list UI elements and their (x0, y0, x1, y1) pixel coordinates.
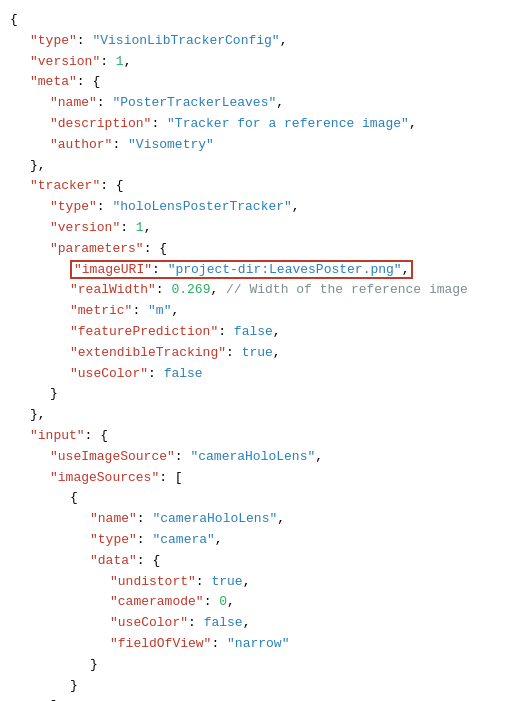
highlighted-value: "imageURI": "project-dir:LeavesPoster.pn… (70, 260, 413, 279)
code-line: "undistort": true, (10, 572, 516, 593)
json-colon: : (156, 282, 172, 297)
json-comma: , (243, 615, 251, 630)
json-key: "parameters" (50, 241, 144, 256)
json-comma: , (227, 594, 235, 609)
json-comma: , (273, 345, 281, 360)
code-line: "useImageSource": "cameraHoloLens", (10, 447, 516, 468)
json-key: "realWidth" (70, 282, 156, 297)
code-line: "tracker": { (10, 176, 516, 197)
code-line: }, (10, 156, 516, 177)
code-line: "useColor": false (10, 364, 516, 385)
json-key: "useImageSource" (50, 449, 175, 464)
json-value: true (242, 345, 273, 360)
json-colon: : (100, 178, 116, 193)
json-key: "type" (50, 199, 97, 214)
code-line: "type": "VisionLibTrackerConfig", (10, 31, 516, 52)
json-value: { (100, 428, 108, 443)
json-key: "metric" (70, 303, 132, 318)
json-colon: : (77, 33, 93, 48)
json-comma: , (409, 116, 417, 131)
code-line: "extendibleTracking": true, (10, 343, 516, 364)
json-value: 1 (116, 54, 124, 69)
json-comma: , (273, 324, 281, 339)
json-key: "useColor" (70, 366, 148, 381)
json-value: "cameraHoloLens" (152, 511, 277, 526)
json-value: "narrow" (227, 636, 289, 651)
json-value: 1 (136, 220, 144, 235)
code-line: "meta": { (10, 72, 516, 93)
code-line: "metric": "m", (10, 301, 516, 322)
json-key: "fieldOfView" (110, 636, 211, 651)
json-comma: , (402, 262, 410, 277)
code-line: "featurePrediction": false, (10, 322, 516, 343)
json-key: "type" (90, 532, 137, 547)
json-colon: : (226, 345, 242, 360)
code-line: "data": { (10, 551, 516, 572)
json-value: "holoLensPosterTracker" (112, 199, 291, 214)
json-comma: , (292, 199, 300, 214)
code-line: "cameramode": 0, (10, 592, 516, 613)
json-colon: : (159, 470, 175, 485)
json-colon: : (175, 449, 191, 464)
code-line: "parameters": { (10, 239, 516, 260)
code-symbol: } (90, 657, 98, 672)
code-symbol: }, (30, 158, 46, 173)
json-value: { (92, 74, 100, 89)
json-comma: , (315, 449, 323, 464)
code-line: "description": "Tracker for a reference … (10, 114, 516, 135)
json-key: "tracker" (30, 178, 100, 193)
json-value: 0.269 (171, 282, 210, 297)
json-colon: : (152, 262, 168, 277)
json-key: "imageURI" (74, 262, 152, 277)
code-line: } (10, 676, 516, 697)
json-colon: : (137, 511, 153, 526)
code-line: "imageSources": [ (10, 468, 516, 489)
json-colon: : (144, 241, 160, 256)
json-comma: , (277, 511, 285, 526)
json-key: "version" (50, 220, 120, 235)
json-value: "project-dir:LeavesPoster.png" (168, 262, 402, 277)
code-line: "fieldOfView": "narrow" (10, 634, 516, 655)
code-line: ] (10, 696, 516, 701)
json-key: "cameramode" (110, 594, 204, 609)
json-colon: : (85, 428, 101, 443)
json-colon: : (151, 116, 167, 131)
json-value: "Visometry" (128, 137, 214, 152)
code-symbol: }, (30, 407, 46, 422)
json-value: true (211, 574, 242, 589)
json-key: "version" (30, 54, 100, 69)
json-key: "undistort" (110, 574, 196, 589)
code-line: "name": "PosterTrackerLeaves", (10, 93, 516, 114)
json-colon: : (120, 220, 136, 235)
json-key: "type" (30, 33, 77, 48)
code-line: "imageURI": "project-dir:LeavesPoster.pn… (10, 260, 516, 281)
code-line: "input": { (10, 426, 516, 447)
code-line: "type": "holoLensPosterTracker", (10, 197, 516, 218)
json-colon: : (196, 574, 212, 589)
json-colon: : (77, 74, 93, 89)
code-editor: {"type": "VisionLibTrackerConfig","versi… (10, 10, 516, 701)
json-comma: , (171, 303, 179, 318)
json-value: "camera" (152, 532, 214, 547)
json-key: "featurePrediction" (70, 324, 218, 339)
json-key: "meta" (30, 74, 77, 89)
json-comment: // Width of the reference image (218, 282, 468, 297)
json-value: "cameraHoloLens" (190, 449, 315, 464)
json-comma: , (144, 220, 152, 235)
json-comma: , (124, 54, 132, 69)
code-line: { (10, 488, 516, 509)
json-value: "Tracker for a reference image" (167, 116, 409, 131)
json-colon: : (137, 532, 153, 547)
json-value: "PosterTrackerLeaves" (112, 95, 276, 110)
json-colon: : (218, 324, 234, 339)
json-colon: : (137, 553, 153, 568)
json-value: false (204, 615, 243, 630)
code-line: "realWidth": 0.269, // Width of the refe… (10, 280, 516, 301)
code-line: } (10, 384, 516, 405)
json-value: { (152, 553, 160, 568)
json-colon: : (188, 615, 204, 630)
json-key: "extendibleTracking" (70, 345, 226, 360)
code-symbol: } (70, 678, 78, 693)
json-colon: : (211, 636, 227, 651)
json-key: "name" (90, 511, 137, 526)
